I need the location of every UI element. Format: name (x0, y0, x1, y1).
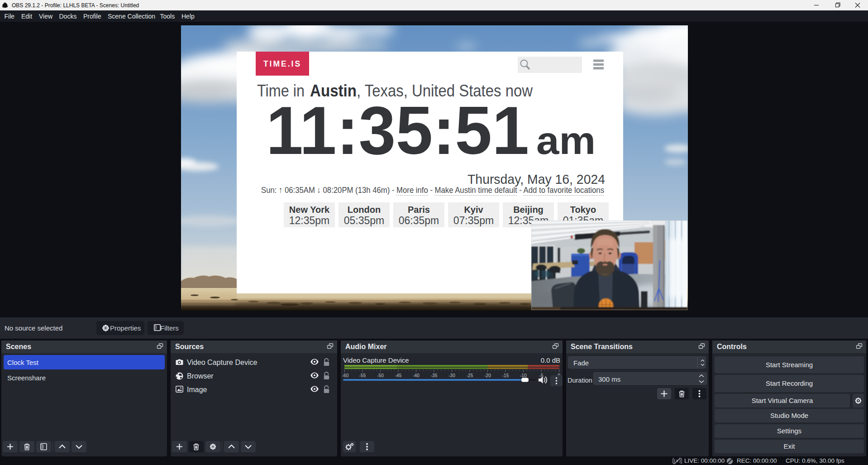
svg-text:Thursday, May 16, 2024: Thursday, May 16, 2024 (467, 172, 605, 187)
svg-text:-30: -30 (448, 373, 455, 378)
svg-text:05:35pm: 05:35pm (344, 215, 385, 226)
svg-text:-55: -55 (359, 373, 366, 378)
svg-text:-10: -10 (520, 373, 527, 378)
svg-text:-50: -50 (377, 373, 384, 378)
svg-text:06:35pm: 06:35pm (399, 215, 439, 226)
svg-text:-35: -35 (431, 373, 438, 378)
svg-text:London: London (348, 205, 381, 215)
svg-text:07:35pm: 07:35pm (453, 215, 494, 226)
svg-text:Kyiv: Kyiv (464, 205, 483, 215)
svg-text:0.0 dB: 0.0 dB (541, 356, 560, 364)
svg-text:-60: -60 (342, 373, 349, 378)
svg-text:Video Capture Device: Video Capture Device (343, 356, 409, 364)
svg-text:TIME.IS: TIME.IS (263, 59, 301, 68)
svg-text:am: am (536, 119, 596, 162)
svg-text:-25: -25 (467, 373, 473, 378)
svg-text:-15: -15 (502, 373, 509, 378)
svg-text:Sun: ↑ 06:35AM ↓ 08:20PM (13h: Sun: ↑ 06:35AM ↓ 08:20PM (13h 46m) - Mor… (261, 185, 604, 195)
svg-text:11:35:51: 11:35:51 (266, 92, 529, 168)
svg-text:Beijing: Beijing (513, 205, 544, 215)
svg-text:-45: -45 (395, 373, 402, 378)
svg-text:-40: -40 (413, 373, 420, 378)
svg-text:New York: New York (289, 205, 330, 215)
svg-text:-20: -20 (484, 373, 491, 378)
svg-text:Paris: Paris (408, 205, 430, 215)
svg-text:12:35pm: 12:35pm (289, 215, 330, 226)
svg-text:Tokyo: Tokyo (570, 205, 596, 215)
